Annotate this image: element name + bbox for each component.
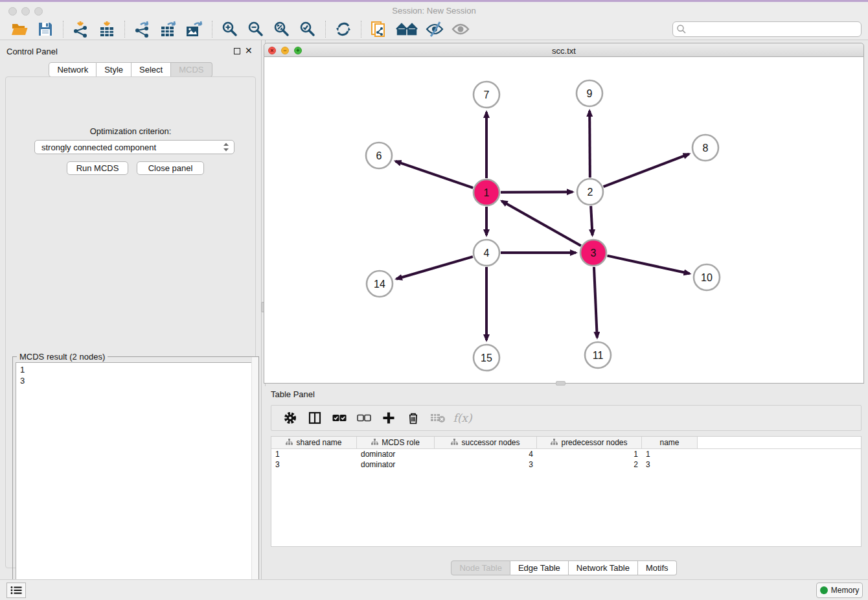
- attribute-icon: [551, 438, 558, 447]
- horizontal-splitter-grip[interactable]: [556, 381, 565, 386]
- table-row[interactable]: 1dominator411: [271, 449, 861, 459]
- control-panel-title: Control Panel: [6, 47, 58, 56]
- zoom-in-icon[interactable]: [220, 20, 240, 38]
- network-window-title: scc.txt: [264, 46, 863, 56]
- graph-node-label: 11: [593, 350, 604, 361]
- table-cell[interactable]: 2: [537, 459, 642, 470]
- table-body: 1dominator4113dominator323: [271, 449, 861, 470]
- zoom-out-icon[interactable]: [246, 20, 266, 38]
- network-window-titlebar[interactable]: × − + scc.txt: [264, 43, 864, 57]
- deselect-all-icon[interactable]: [356, 410, 372, 426]
- show-all-icon[interactable]: [395, 20, 418, 38]
- toolbar-separator: [212, 21, 212, 38]
- graph-edge-1-6[interactable]: [396, 161, 474, 188]
- table-cell[interactable]: 1: [642, 449, 698, 459]
- graph-node-label: 7: [484, 89, 490, 100]
- create-column-icon[interactable]: [381, 410, 396, 426]
- tab-mcds[interactable]: MCDS: [171, 62, 212, 77]
- graph-edge-2-3[interactable]: [591, 206, 592, 235]
- column-header-name[interactable]: name: [642, 437, 698, 448]
- hide-selected-icon[interactable]: [425, 20, 444, 38]
- dropdown-value: strongly connected component: [41, 143, 156, 152]
- apply-layout-icon[interactable]: [334, 20, 353, 38]
- table-cell[interactable]: 3: [642, 459, 698, 470]
- graph-edge-3-1[interactable]: [502, 201, 581, 246]
- graph-node-label: 3: [591, 248, 597, 259]
- network-graph[interactable]: 7968124314101511: [264, 57, 863, 382]
- statusbar: Memory: [0, 579, 868, 600]
- result-scrollbar[interactable]: [251, 357, 258, 600]
- tab-style[interactable]: Style: [97, 62, 131, 77]
- graph-node-label: 2: [588, 187, 593, 198]
- table-panel-title: Table Panel: [271, 389, 315, 399]
- graph-edge-1-2[interactable]: [501, 192, 573, 192]
- delete-column-icon[interactable]: [405, 410, 421, 426]
- tab-network[interactable]: Network: [49, 62, 97, 77]
- run-mcds-button[interactable]: Run MCDS: [67, 161, 128, 175]
- column-header-shared-name[interactable]: shared name: [271, 437, 357, 448]
- table-cell[interactable]: 1: [537, 449, 642, 459]
- table-toolbar: f(x): [271, 405, 862, 431]
- close-panel-icon[interactable]: ✕: [245, 46, 253, 55]
- export-image-icon[interactable]: [185, 20, 204, 38]
- mcds-result-title: MCDS result (2 nodes): [17, 352, 108, 362]
- graph-node-label: 14: [374, 279, 385, 290]
- network-canvas[interactable]: 7968124314101511: [264, 57, 864, 384]
- zoom-fit-icon[interactable]: [272, 20, 291, 38]
- control-panel: Control Panel ✕ NetworkStyleSelectMCDS O…: [0, 40, 261, 579]
- close-panel-button[interactable]: Close panel: [137, 161, 204, 175]
- table-cell[interactable]: dominator: [357, 449, 435, 459]
- table-panel: Table Panel ✕ f(x): [264, 386, 864, 579]
- mcds-result-text[interactable]: 1 3: [16, 362, 256, 600]
- node-table[interactable]: shared nameMCDS rolesuccessor nodesprede…: [271, 436, 862, 547]
- import-network-icon[interactable]: [71, 20, 91, 38]
- show-columns-icon[interactable]: [307, 410, 323, 426]
- graph-edge-3-11[interactable]: [594, 267, 597, 338]
- graph-edge-3-10[interactable]: [607, 256, 689, 274]
- table-cell[interactable]: dominator: [357, 459, 435, 470]
- new-network-icon[interactable]: [369, 20, 389, 38]
- float-panel-icon[interactable]: [234, 48, 240, 54]
- open-file-icon[interactable]: [10, 20, 29, 38]
- list-icon: [10, 586, 22, 595]
- column-header-predecessor-nodes[interactable]: predecessor nodes: [537, 437, 642, 448]
- search-field[interactable]: [672, 21, 862, 37]
- graph-edge-4-14[interactable]: [396, 257, 473, 279]
- optimization-criterion-dropdown[interactable]: strongly connected component: [34, 140, 234, 154]
- zoom-selected-icon[interactable]: [298, 20, 317, 38]
- gear-icon[interactable]: [282, 410, 298, 426]
- column-header-successor-nodes[interactable]: successor nodes: [435, 437, 537, 448]
- show-hidden-icon[interactable]: [451, 20, 470, 38]
- table-cell[interactable]: 3: [271, 459, 357, 470]
- graph-edge-2-8[interactable]: [604, 154, 689, 187]
- optimization-criterion-label: Optimization criterion:: [6, 126, 255, 136]
- function-builder-icon-disabled: f(x): [455, 410, 470, 426]
- table-cell[interactable]: 1: [271, 449, 357, 459]
- table-cell[interactable]: 3: [435, 459, 537, 470]
- memory-status-icon: [820, 586, 828, 594]
- search-input[interactable]: [687, 23, 861, 36]
- export-table-icon[interactable]: [159, 20, 178, 38]
- attribute-icon: [286, 438, 293, 447]
- tab-node-table[interactable]: Node Table: [451, 560, 510, 575]
- network-view-window: × − + scc.txt 7968124314101511: [264, 43, 864, 384]
- tab-network-table[interactable]: Network Table: [569, 560, 638, 575]
- graph-edge-2-9[interactable]: [589, 111, 590, 178]
- tab-select[interactable]: Select: [131, 62, 171, 77]
- save-session-icon[interactable]: [36, 20, 55, 38]
- table-header-row: shared nameMCDS rolesuccessor nodesprede…: [271, 437, 861, 449]
- task-history-button[interactable]: [6, 583, 26, 598]
- application-window: Session: New Session: [0, 0, 868, 600]
- toolbar-separator: [361, 21, 361, 38]
- tab-motifs[interactable]: Motifs: [638, 560, 677, 575]
- table-row[interactable]: 3dominator323: [271, 459, 861, 470]
- attribute-icon: [451, 438, 458, 447]
- tab-edge-table[interactable]: Edge Table: [510, 560, 569, 575]
- chevron-updown-icon: [222, 142, 230, 152]
- column-header-MCDS-role[interactable]: MCDS role: [357, 437, 435, 448]
- select-all-icon[interactable]: [332, 410, 347, 426]
- export-network-icon[interactable]: [133, 20, 152, 38]
- table-cell[interactable]: 4: [435, 449, 537, 459]
- import-table-icon[interactable]: [97, 20, 117, 38]
- memory-button[interactable]: Memory: [816, 583, 863, 598]
